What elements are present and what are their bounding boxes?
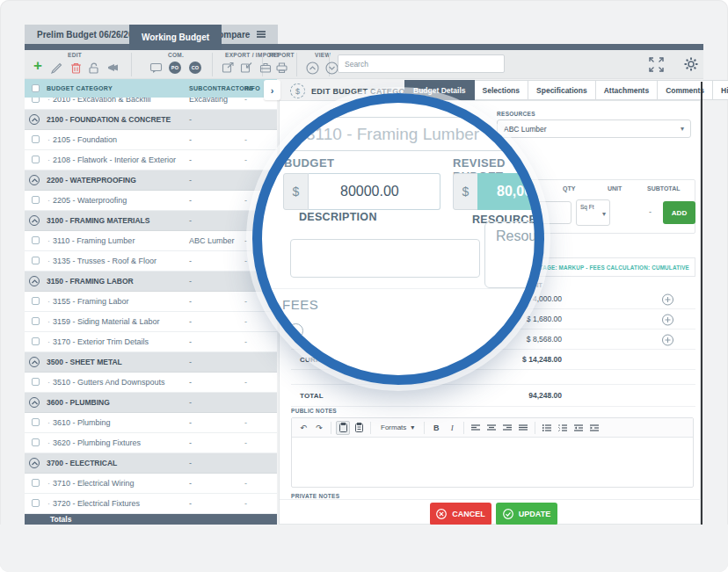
gear-icon[interactable]	[683, 57, 699, 71]
row-checkbox[interactable]	[32, 98, 40, 103]
table-row[interactable]: · 2200 - WATERPROOFING -	[25, 170, 277, 191]
select-all-checkbox[interactable]	[32, 84, 40, 92]
row-checkbox[interactable]	[32, 499, 40, 507]
row-checkbox[interactable]	[32, 156, 40, 163]
row-checkbox[interactable]	[32, 257, 40, 264]
table-row[interactable]: · 3100 - FRAMING MATERIALS -	[25, 211, 277, 231]
plus-circle-icon[interactable]	[662, 334, 673, 345]
align-justify-icon[interactable]	[516, 421, 530, 435]
briefcase-icon[interactable]	[258, 61, 273, 75]
paste-icon[interactable]	[336, 421, 350, 435]
collapse-group-icon[interactable]	[29, 215, 40, 226]
align-left-icon[interactable]	[469, 421, 483, 435]
table-row[interactable]: · 3510 - Gutters And Downspouts - -	[25, 373, 277, 393]
sidebar-scroll-area[interactable]: · 2010 - Excavation & Backfill Excavatin…	[25, 98, 277, 514]
italic-button[interactable]: I	[445, 421, 459, 435]
row-subcontractor: -	[189, 398, 192, 407]
update-button[interactable]: UPDATE	[496, 503, 557, 525]
row-checkbox[interactable]	[32, 418, 40, 426]
table-row[interactable]: · 3600 - PLUMBING -	[25, 393, 277, 413]
outdent-icon[interactable]	[571, 421, 586, 435]
row-drag-dot: ·	[47, 156, 50, 164]
table-row[interactable]: · 3500 - SHEET METAL -	[25, 352, 277, 373]
table-row[interactable]: · 3110 - Framing Lumber ABC Lumber -	[25, 231, 277, 251]
row-checkbox[interactable]	[32, 196, 40, 204]
collapse-group-icon[interactable]	[29, 357, 40, 367]
budget-input[interactable]: 80000.00	[309, 173, 440, 210]
row-checkbox[interactable]	[32, 317, 40, 325]
row-checkbox[interactable]	[32, 438, 40, 446]
tab-history[interactable]: History	[713, 80, 728, 100]
numbered-list-icon[interactable]	[556, 421, 570, 435]
table-row[interactable]: · 2010 - Excavation & Backfill Excavatin…	[25, 98, 277, 110]
edit-pencil-icon[interactable]	[48, 61, 64, 75]
change-order-icon[interactable]: CO	[187, 61, 203, 75]
row-checkbox[interactable]	[32, 378, 40, 386]
row-checkbox[interactable]	[32, 297, 40, 305]
table-row[interactable]: · 2205 - Waterproofing - -	[25, 191, 277, 211]
collapse-group-icon[interactable]	[29, 175, 40, 185]
table-row[interactable]: · 3155 - Framing Labor - -	[25, 292, 277, 312]
fullscreen-icon[interactable]	[648, 57, 664, 71]
add-button[interactable]: ADD	[663, 201, 695, 224]
export-icon[interactable]	[220, 61, 236, 75]
table-row[interactable]: · 3159 - Siding Material & Labor - -	[25, 312, 277, 332]
delete-trash-icon[interactable]	[68, 61, 84, 75]
description-input[interactable]	[290, 239, 480, 278]
collapse-panel-chevron[interactable]: ›	[264, 80, 280, 100]
unit-select[interactable]: Sq Ft ▾	[576, 199, 610, 226]
hamburger-menu-icon[interactable]	[257, 30, 266, 40]
cancel-button[interactable]: CANCEL	[430, 503, 491, 525]
collapse-all-icon[interactable]	[304, 61, 320, 75]
table-row[interactable]: · 3150 - FRAMING LABOR -	[25, 272, 277, 292]
table-row[interactable]: · 3610 - Plumbing - -	[25, 413, 277, 433]
undo-icon[interactable]: ↶	[296, 421, 310, 435]
public-notes-editor[interactable]: ↶ ↷ Formats ▾ B I	[291, 417, 694, 488]
table-row[interactable]: · 3135 - Trusses - Roof & Floor - -	[25, 251, 277, 272]
collapse-group-icon[interactable]	[29, 458, 40, 468]
chat-bubble-icon[interactable]	[148, 61, 164, 75]
unlock-icon[interactable]	[86, 61, 102, 75]
tab-attachments[interactable]: Attachments	[596, 80, 658, 100]
row-info: -	[244, 378, 247, 387]
collapse-group-icon[interactable]	[29, 397, 40, 408]
row-checkbox[interactable]	[32, 135, 40, 143]
row-checkbox[interactable]	[32, 337, 40, 345]
plus-circle-icon[interactable]	[662, 314, 673, 325]
search-input[interactable]	[338, 54, 505, 73]
table-row[interactable]: · 3700 - ELECTRICAL -	[25, 453, 277, 474]
add-icon[interactable]: +	[30, 58, 46, 72]
paste-text-icon[interactable]	[352, 421, 366, 435]
align-center-icon[interactable]	[484, 421, 499, 435]
resources-select[interactable]: ABC Lumber ▾	[497, 119, 691, 138]
bold-button[interactable]: B	[429, 421, 443, 435]
purchase-order-icon[interactable]: PO	[167, 61, 183, 75]
formats-dropdown[interactable]: Formats ▾	[375, 421, 419, 435]
table-row[interactable]: · 3170 - Exterior Trim Details - -	[25, 332, 277, 352]
plus-circle-icon[interactable]	[662, 293, 673, 305]
align-right-icon[interactable]	[500, 421, 514, 435]
tab-selections[interactable]: Selections	[475, 80, 529, 100]
row-subcontractor: Excavating	[189, 98, 228, 104]
table-row[interactable]: · 3720 - Electrical Fixtures - -	[25, 494, 277, 514]
import-icon[interactable]	[238, 61, 254, 75]
table-row[interactable]: · 3710 - Electrical Wiring - -	[25, 474, 277, 494]
megaphone-icon[interactable]	[106, 61, 121, 75]
collapse-group-icon[interactable]	[29, 114, 40, 125]
tab-working-budget[interactable]: Working Budget	[129, 25, 222, 50]
row-checkbox[interactable]	[32, 479, 40, 487]
row-checkbox[interactable]	[32, 236, 40, 244]
print-report-icon[interactable]	[273, 61, 289, 75]
indent-icon[interactable]	[587, 421, 601, 435]
bullet-list-icon[interactable]	[540, 421, 554, 435]
table-row[interactable]: · 2100 - FOUNDATION & CONCRETE -	[25, 110, 277, 130]
table-row[interactable]: · 2108 - Flatwork - Interior & Exterior …	[25, 150, 277, 170]
collapse-group-icon[interactable]	[29, 276, 40, 286]
resource-input[interactable]: Resource	[484, 221, 535, 288]
tab-specifications[interactable]: Specifications	[528, 80, 596, 100]
tab-comments[interactable]: Comments	[658, 80, 713, 100]
divider	[252, 288, 544, 289]
table-row[interactable]: · 3620 - Plumbing Fixtures - -	[25, 433, 277, 453]
redo-icon[interactable]: ↷	[312, 421, 326, 435]
table-row[interactable]: · 2105 - Foundation - -	[25, 130, 277, 150]
